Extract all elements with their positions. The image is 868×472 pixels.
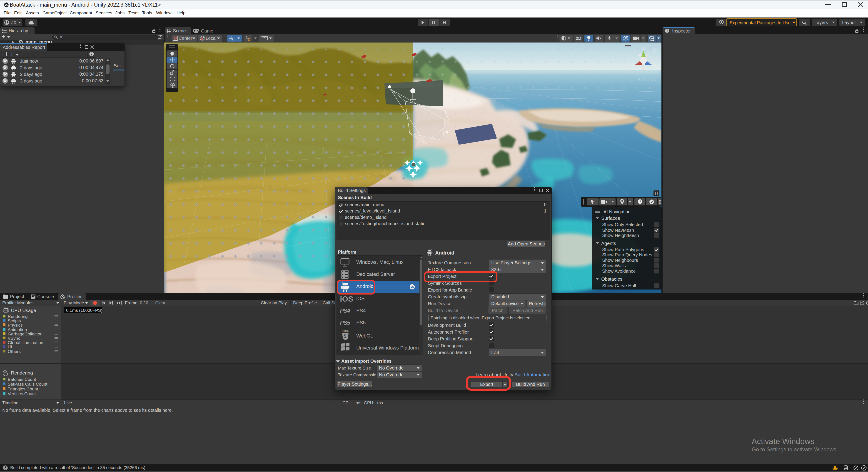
svg-text:HTML: HTML <box>342 329 349 332</box>
svg-text:Y: Y <box>232 38 234 41</box>
svg-text:CPU: CPU <box>4 310 8 312</box>
svg-text:z: z <box>653 63 655 67</box>
svg-text:y: y <box>643 47 645 51</box>
svg-text:5: 5 <box>344 334 346 339</box>
svg-text:x: x <box>631 63 633 67</box>
svg-text:!: ! <box>836 468 837 471</box>
